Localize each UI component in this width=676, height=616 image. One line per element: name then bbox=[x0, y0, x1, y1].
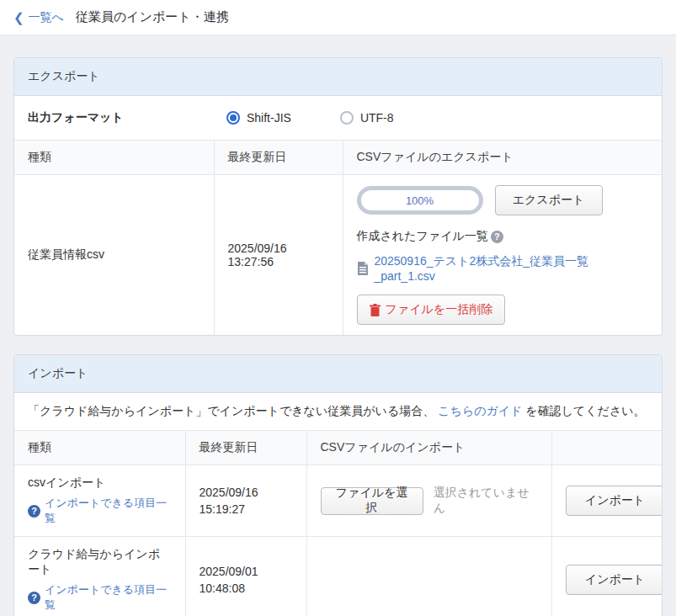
import-col-csv: CSVファイルのインポート bbox=[306, 431, 551, 465]
delete-files-button[interactable]: ファイルを一括削除 bbox=[357, 295, 506, 325]
chevron-left-icon: ❮ bbox=[13, 11, 24, 24]
radio-shift-jis-label: Shift-JIS bbox=[247, 111, 291, 125]
import-row-file-cell bbox=[306, 537, 551, 616]
file-not-selected-text: 選択されていません bbox=[434, 486, 538, 516]
export-progress-value: 100% bbox=[406, 194, 434, 207]
import-row-type-cell: csvインポート ? インポートできる項目一覧 bbox=[14, 465, 185, 537]
help-icon[interactable]: ? bbox=[491, 231, 503, 243]
import-row-action-cell: インポート bbox=[551, 465, 662, 537]
import-col-date: 最終更新日 bbox=[185, 431, 306, 465]
choose-file-button[interactable]: ファイルを選択 bbox=[321, 487, 423, 515]
import-note: 「クラウド給与からインポート」でインポートできない従業員がいる場合、 こちらのガ… bbox=[14, 393, 662, 431]
back-link-label: 一覧へ bbox=[29, 10, 64, 25]
radio-shift-jis[interactable]: Shift-JIS bbox=[226, 111, 291, 125]
updated-date: 2025/09/01 bbox=[200, 563, 293, 580]
page-content: エクスポート 出力フォーマット Shift-JIS UTF-8 種類 最終更新日 bbox=[0, 35, 676, 616]
guide-link[interactable]: こちらのガイド bbox=[438, 404, 522, 417]
export-card-header: エクスポート bbox=[14, 58, 662, 96]
import-row-updated: 2025/09/16 15:19:27 bbox=[185, 465, 306, 537]
import-row-updated: 2025/09/01 10:48:08 bbox=[185, 537, 306, 616]
export-card: エクスポート 出力フォーマット Shift-JIS UTF-8 種類 最終更新日 bbox=[13, 57, 663, 336]
export-table-row: 従業員情報csv 2025/09/16 13:27:56 100% エクスポート… bbox=[14, 175, 662, 336]
export-col-type: 種類 bbox=[14, 141, 214, 175]
export-table: 種類 最終更新日 CSVファイルのエクスポート 従業員情報csv 2025/09… bbox=[14, 141, 662, 335]
updated-date: 2025/09/16 bbox=[200, 484, 293, 501]
title-bar: ❮ 一覧へ 従業員のインポート・連携 bbox=[0, 0, 676, 35]
exported-file-link[interactable]: 20250916_テスト2株式会社_従業員一覧_part_1.csv bbox=[374, 254, 648, 283]
import-card-header: インポート bbox=[14, 355, 662, 393]
export-row-type: 従業員情報csv bbox=[14, 175, 214, 336]
import-type-name: クラウド給与からインポート bbox=[28, 547, 172, 577]
trash-icon bbox=[370, 304, 381, 316]
export-button[interactable]: エクスポート bbox=[495, 185, 603, 215]
page-title: 従業員のインポート・連携 bbox=[76, 9, 229, 25]
export-col-csv: CSVファイルのエクスポート bbox=[343, 141, 662, 175]
output-format-row: 出力フォーマット Shift-JIS UTF-8 bbox=[14, 96, 662, 141]
import-table: 種類 最終更新日 CSVファイルのインポート csvインポート ? インポートで… bbox=[14, 431, 662, 616]
import-row-type-cell: クラウド給与からインポート ? インポートできる項目一覧 bbox=[14, 537, 185, 616]
import-row-csv: csvインポート ? インポートできる項目一覧 2025/09/16 15:19… bbox=[14, 465, 662, 537]
import-col-action bbox=[551, 431, 662, 465]
importable-items-link[interactable]: インポートできる項目一覧 bbox=[45, 496, 172, 526]
radio-utf-8-label: UTF-8 bbox=[360, 111, 394, 125]
export-row-updated: 2025/09/16 13:27:56 bbox=[214, 175, 343, 336]
radio-selected-icon[interactable] bbox=[226, 111, 240, 125]
import-button-cloud-payroll[interactable]: インポート bbox=[566, 565, 663, 595]
help-icon[interactable]: ? bbox=[28, 505, 40, 518]
created-file-item: 20250916_テスト2株式会社_従業員一覧_part_1.csv bbox=[357, 254, 649, 283]
back-to-list-link[interactable]: ❮ 一覧へ bbox=[13, 10, 64, 25]
import-note-pre: 「クラウド給与からインポート」でインポートできない従業員がいる場合、 bbox=[28, 404, 434, 417]
import-row-cloud-payroll: クラウド給与からインポート ? インポートできる項目一覧 2025/09/01 … bbox=[14, 537, 662, 616]
export-progress-bar: 100% bbox=[357, 186, 483, 215]
updated-time: 15:19:27 bbox=[200, 501, 293, 518]
created-files-label: 作成されたファイル一覧 bbox=[357, 229, 488, 244]
export-table-header-row: 種類 最終更新日 CSVファイルのエクスポート bbox=[14, 141, 662, 175]
output-format-radio-group: Shift-JIS UTF-8 bbox=[226, 111, 394, 125]
export-row-actions: 100% エクスポート 作成されたファイル一覧 ? bbox=[343, 175, 662, 336]
updated-time: 10:48:08 bbox=[200, 580, 293, 597]
radio-utf-8[interactable]: UTF-8 bbox=[340, 111, 394, 125]
import-card: インポート 「クラウド給与からインポート」でインポートできない従業員がいる場合、… bbox=[13, 354, 663, 616]
output-format-label: 出力フォーマット bbox=[28, 110, 226, 125]
importable-items-link[interactable]: インポートできる項目一覧 bbox=[45, 582, 172, 613]
help-icon[interactable]: ? bbox=[28, 592, 40, 604]
import-note-post: を確認してください。 bbox=[525, 404, 645, 417]
import-type-name: csvインポート bbox=[28, 475, 172, 491]
import-col-type: 種類 bbox=[14, 431, 185, 465]
import-row-action-cell: インポート bbox=[551, 537, 662, 616]
import-row-file-cell: ファイルを選択 選択されていません bbox=[306, 465, 551, 537]
file-icon bbox=[357, 262, 369, 276]
delete-files-label: ファイルを一括削除 bbox=[386, 302, 493, 317]
export-col-date: 最終更新日 bbox=[214, 141, 343, 175]
import-table-header-row: 種類 最終更新日 CSVファイルのインポート bbox=[14, 431, 662, 465]
import-button-csv[interactable]: インポート bbox=[566, 486, 663, 516]
radio-unselected-icon[interactable] bbox=[340, 111, 354, 125]
